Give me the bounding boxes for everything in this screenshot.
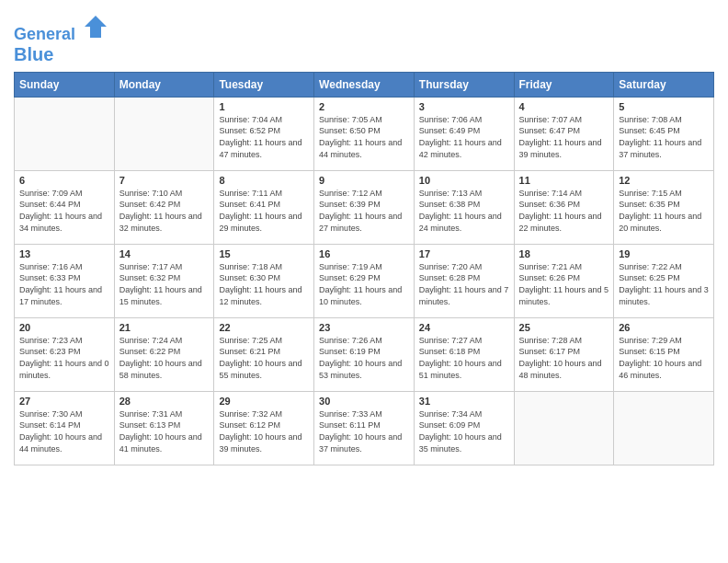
calendar-cell: 7Sunrise: 7:10 AM Sunset: 6:42 PM Daylig… <box>114 170 214 244</box>
day-number: 2 <box>319 101 409 112</box>
day-header-thursday: Thursday <box>414 72 514 97</box>
day-info: Sunrise: 7:34 AM Sunset: 6:09 PM Dayligh… <box>419 408 509 454</box>
calendar-cell: 9Sunrise: 7:12 AM Sunset: 6:39 PM Daylig… <box>314 170 415 244</box>
calendar-cell: 16Sunrise: 7:19 AM Sunset: 6:29 PM Dayli… <box>314 244 415 317</box>
calendar-cell: 18Sunrise: 7:21 AM Sunset: 6:26 PM Dayli… <box>514 244 614 317</box>
day-info: Sunrise: 7:08 AM Sunset: 6:45 PM Dayligh… <box>619 114 709 160</box>
day-info: Sunrise: 7:16 AM Sunset: 6:33 PM Dayligh… <box>19 261 109 307</box>
calendar-cell: 12Sunrise: 7:15 AM Sunset: 6:35 PM Dayli… <box>614 170 714 244</box>
day-number: 3 <box>419 101 509 112</box>
day-number: 14 <box>119 248 210 259</box>
week-row-4: 20Sunrise: 7:23 AM Sunset: 6:23 PM Dayli… <box>15 317 714 391</box>
day-number: 25 <box>519 322 609 333</box>
day-number: 28 <box>119 396 210 407</box>
day-info: Sunrise: 7:06 AM Sunset: 6:49 PM Dayligh… <box>419 114 509 160</box>
day-info: Sunrise: 7:15 AM Sunset: 6:35 PM Dayligh… <box>619 188 709 234</box>
calendar-cell: 22Sunrise: 7:25 AM Sunset: 6:21 PM Dayli… <box>214 317 314 391</box>
day-info: Sunrise: 7:22 AM Sunset: 6:25 PM Dayligh… <box>619 261 709 307</box>
day-header-wednesday: Wednesday <box>314 72 415 97</box>
calendar: SundayMondayTuesdayWednesdayThursdayFrid… <box>14 72 714 465</box>
logo-text: General <box>14 14 108 44</box>
day-info: Sunrise: 7:04 AM Sunset: 6:52 PM Dayligh… <box>219 114 309 160</box>
calendar-cell: 14Sunrise: 7:17 AM Sunset: 6:32 PM Dayli… <box>114 244 214 317</box>
calendar-cell <box>614 391 714 465</box>
calendar-cell: 30Sunrise: 7:33 AM Sunset: 6:11 PM Dayli… <box>314 391 415 465</box>
day-number: 8 <box>219 175 309 186</box>
day-info: Sunrise: 7:19 AM Sunset: 6:29 PM Dayligh… <box>319 261 409 307</box>
calendar-cell: 31Sunrise: 7:34 AM Sunset: 6:09 PM Dayli… <box>414 391 514 465</box>
day-info: Sunrise: 7:18 AM Sunset: 6:30 PM Dayligh… <box>219 261 309 307</box>
day-header-saturday: Saturday <box>614 72 714 97</box>
calendar-cell: 6Sunrise: 7:09 AM Sunset: 6:44 PM Daylig… <box>15 170 115 244</box>
calendar-cell <box>514 391 614 465</box>
calendar-cell: 8Sunrise: 7:11 AM Sunset: 6:41 PM Daylig… <box>214 170 314 244</box>
calendar-cell: 24Sunrise: 7:27 AM Sunset: 6:18 PM Dayli… <box>414 317 514 391</box>
day-info: Sunrise: 7:26 AM Sunset: 6:19 PM Dayligh… <box>319 335 409 381</box>
day-info: Sunrise: 7:31 AM Sunset: 6:13 PM Dayligh… <box>119 408 210 454</box>
day-number: 18 <box>519 248 609 259</box>
day-number: 26 <box>619 322 709 333</box>
day-number: 22 <box>219 322 309 333</box>
calendar-header: SundayMondayTuesdayWednesdayThursdayFrid… <box>15 72 714 97</box>
calendar-cell: 23Sunrise: 7:26 AM Sunset: 6:19 PM Dayli… <box>314 317 415 391</box>
day-header-friday: Friday <box>514 72 614 97</box>
day-number: 12 <box>619 175 709 186</box>
day-info: Sunrise: 7:20 AM Sunset: 6:28 PM Dayligh… <box>419 261 509 307</box>
day-info: Sunrise: 7:10 AM Sunset: 6:42 PM Dayligh… <box>119 188 210 234</box>
svg-marker-0 <box>85 16 107 38</box>
day-info: Sunrise: 7:28 AM Sunset: 6:17 PM Dayligh… <box>519 335 609 381</box>
calendar-cell <box>15 97 115 170</box>
day-number: 6 <box>19 175 109 186</box>
calendar-cell: 21Sunrise: 7:24 AM Sunset: 6:22 PM Dayli… <box>114 317 214 391</box>
day-number: 29 <box>219 396 309 407</box>
day-info: Sunrise: 7:33 AM Sunset: 6:11 PM Dayligh… <box>319 408 409 454</box>
calendar-cell: 25Sunrise: 7:28 AM Sunset: 6:17 PM Dayli… <box>514 317 614 391</box>
day-number: 27 <box>19 396 109 407</box>
day-info: Sunrise: 7:27 AM Sunset: 6:18 PM Dayligh… <box>419 335 509 381</box>
day-header-row: SundayMondayTuesdayWednesdayThursdayFrid… <box>15 72 714 97</box>
day-info: Sunrise: 7:13 AM Sunset: 6:38 PM Dayligh… <box>419 188 509 234</box>
day-header-monday: Monday <box>114 72 214 97</box>
day-info: Sunrise: 7:11 AM Sunset: 6:41 PM Dayligh… <box>219 188 309 234</box>
logo-general: General <box>14 25 75 43</box>
day-number: 7 <box>119 175 210 186</box>
calendar-cell: 3Sunrise: 7:06 AM Sunset: 6:49 PM Daylig… <box>414 97 514 170</box>
calendar-cell: 10Sunrise: 7:13 AM Sunset: 6:38 PM Dayli… <box>414 170 514 244</box>
calendar-cell: 27Sunrise: 7:30 AM Sunset: 6:14 PM Dayli… <box>15 391 115 465</box>
day-number: 16 <box>319 248 409 259</box>
day-number: 19 <box>619 248 709 259</box>
calendar-cell: 13Sunrise: 7:16 AM Sunset: 6:33 PM Dayli… <box>15 244 115 317</box>
day-number: 11 <box>519 175 609 186</box>
header: General Blue <box>14 9 714 64</box>
day-number: 23 <box>319 322 409 333</box>
day-info: Sunrise: 7:12 AM Sunset: 6:39 PM Dayligh… <box>319 188 409 234</box>
day-header-sunday: Sunday <box>15 72 115 97</box>
day-info: Sunrise: 7:32 AM Sunset: 6:12 PM Dayligh… <box>219 408 309 454</box>
calendar-cell <box>114 97 214 170</box>
day-number: 24 <box>419 322 509 333</box>
day-header-tuesday: Tuesday <box>214 72 314 97</box>
day-number: 31 <box>419 396 509 407</box>
logo-icon <box>83 14 108 40</box>
day-info: Sunrise: 7:17 AM Sunset: 6:32 PM Dayligh… <box>119 261 210 307</box>
day-number: 4 <box>519 101 609 112</box>
calendar-cell: 2Sunrise: 7:05 AM Sunset: 6:50 PM Daylig… <box>314 97 415 170</box>
week-row-3: 13Sunrise: 7:16 AM Sunset: 6:33 PM Dayli… <box>15 244 714 317</box>
calendar-cell: 17Sunrise: 7:20 AM Sunset: 6:28 PM Dayli… <box>414 244 514 317</box>
day-number: 21 <box>119 322 210 333</box>
day-info: Sunrise: 7:05 AM Sunset: 6:50 PM Dayligh… <box>319 114 409 160</box>
week-row-5: 27Sunrise: 7:30 AM Sunset: 6:14 PM Dayli… <box>15 391 714 465</box>
day-number: 10 <box>419 175 509 186</box>
page: General Blue SundayMondayTuesdayWednesda… <box>0 0 728 479</box>
day-info: Sunrise: 7:14 AM Sunset: 6:36 PM Dayligh… <box>519 188 609 234</box>
logo: General Blue <box>14 9 108 64</box>
day-number: 13 <box>19 248 109 259</box>
day-info: Sunrise: 7:24 AM Sunset: 6:22 PM Dayligh… <box>119 335 210 381</box>
calendar-cell: 28Sunrise: 7:31 AM Sunset: 6:13 PM Dayli… <box>114 391 214 465</box>
week-row-2: 6Sunrise: 7:09 AM Sunset: 6:44 PM Daylig… <box>15 170 714 244</box>
day-info: Sunrise: 7:21 AM Sunset: 6:26 PM Dayligh… <box>519 261 609 307</box>
calendar-cell: 4Sunrise: 7:07 AM Sunset: 6:47 PM Daylig… <box>514 97 614 170</box>
day-info: Sunrise: 7:30 AM Sunset: 6:14 PM Dayligh… <box>19 408 109 454</box>
week-row-1: 1Sunrise: 7:04 AM Sunset: 6:52 PM Daylig… <box>15 97 714 170</box>
calendar-cell: 5Sunrise: 7:08 AM Sunset: 6:45 PM Daylig… <box>614 97 714 170</box>
